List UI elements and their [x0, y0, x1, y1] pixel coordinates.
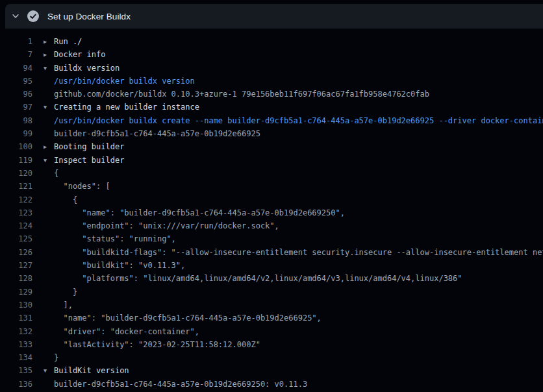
- line-number-link[interactable]: 7: [0, 48, 32, 61]
- log-line: 134}: [0, 351, 543, 364]
- line-number-link[interactable]: 120: [0, 167, 32, 180]
- line-number-link[interactable]: 128: [0, 272, 32, 285]
- log-output-text: builder-d9cfb5a1-c764-445a-a57e-0b19d2e6…: [54, 378, 307, 391]
- log-line: 120{: [0, 167, 543, 180]
- triangle-down-icon[interactable]: ▼: [44, 364, 54, 377]
- line-number-link[interactable]: 96: [0, 88, 32, 101]
- line-number-link[interactable]: 119: [0, 154, 32, 167]
- indent-spacer: [44, 75, 54, 88]
- line-number-link[interactable]: 94: [0, 62, 32, 75]
- log-output-text: }: [54, 286, 77, 299]
- log-line-body: "name": "builder-d9cfb5a1-c764-445a-a57e…: [44, 206, 345, 219]
- indent-spacer: [44, 88, 54, 101]
- triangle-right-icon[interactable]: ▶: [44, 35, 54, 48]
- line-number-link[interactable]: 136: [0, 378, 32, 391]
- log-line: 130 ],: [0, 299, 543, 312]
- log-output-text: }: [54, 351, 58, 364]
- line-number-link[interactable]: 131: [0, 312, 32, 325]
- triangle-right-icon[interactable]: ▶: [44, 140, 54, 153]
- indent-spacer: [44, 246, 54, 259]
- log-line: 131 "name": "builder-d9cfb5a1-c764-445a-…: [0, 312, 543, 325]
- line-number-link[interactable]: 95: [0, 75, 32, 88]
- line-number-link[interactable]: 97: [0, 101, 32, 114]
- log-output-text: {: [54, 193, 77, 206]
- line-number-link[interactable]: 130: [0, 299, 32, 312]
- log-line: 127 "buildkit": "v0.11.3",: [0, 259, 543, 272]
- log-line: 133 "lastActivity": "2023-02-25T11:58:12…: [0, 338, 543, 351]
- log-line-body: ▶Booting builder: [44, 140, 124, 153]
- indent-spacer: [44, 219, 54, 232]
- line-number-link[interactable]: 98: [0, 114, 32, 127]
- log-line-body: "endpoint": "unix:///var/run/docker.sock…: [44, 219, 279, 232]
- chevron-down-icon[interactable]: [10, 11, 21, 21]
- log-line: 99builder-d9cfb5a1-c764-445a-a57e-0b19d2…: [0, 127, 543, 140]
- log-group-title[interactable]: Buildx version: [54, 62, 120, 75]
- indent-spacer: [44, 193, 54, 206]
- indent-spacer: [44, 299, 54, 312]
- step-header[interactable]: Set up Docker Buildx: [5, 4, 543, 29]
- log-group-title[interactable]: Inspect builder: [54, 154, 124, 167]
- line-number-link[interactable]: 123: [0, 206, 32, 219]
- indent-spacer: [44, 114, 54, 127]
- log-line: 122 {: [0, 193, 543, 206]
- line-number-link[interactable]: 99: [0, 127, 32, 140]
- triangle-down-icon[interactable]: ▼: [44, 154, 54, 167]
- line-number-link[interactable]: 100: [0, 140, 32, 153]
- indent-spacer: [44, 325, 54, 338]
- line-number-link[interactable]: 122: [0, 193, 32, 206]
- log-line-body: builder-d9cfb5a1-c764-445a-a57e-0b19d2e6…: [44, 378, 307, 391]
- log-line: 100▶Booting builder: [0, 140, 543, 153]
- log-group-title[interactable]: Run ./: [54, 35, 82, 48]
- log-line: 128 "platforms": "linux/amd64,linux/amd6…: [0, 272, 543, 285]
- indent-spacer: [44, 272, 54, 285]
- indent-spacer: [44, 351, 54, 364]
- log-line-body: "buildkitd-flags": "--allow-insecure-ent…: [44, 246, 543, 259]
- log-line: 119▼Inspect builder: [0, 154, 543, 167]
- log-line-body: ],: [44, 299, 73, 312]
- log-group-title[interactable]: Creating a new builder instance: [54, 101, 199, 114]
- line-number-link[interactable]: 132: [0, 325, 32, 338]
- triangle-down-icon[interactable]: ▼: [44, 101, 54, 114]
- log-line-body: "status": "running",: [44, 232, 176, 245]
- log-line-body: "name": "builder-d9cfb5a1-c764-445a-a57e…: [44, 312, 322, 325]
- line-number-link[interactable]: 1: [0, 35, 32, 48]
- triangle-right-icon[interactable]: ▶: [44, 48, 54, 61]
- log-group-title[interactable]: Booting builder: [54, 140, 124, 153]
- line-number-link[interactable]: 133: [0, 338, 32, 351]
- log-command-text: /usr/bin/docker buildx version: [54, 75, 195, 88]
- log-line: 125 "status": "running",: [0, 232, 543, 245]
- check-circle-icon: [27, 10, 39, 22]
- line-number-link[interactable]: 124: [0, 219, 32, 232]
- line-number-link[interactable]: 125: [0, 232, 32, 245]
- log-line-body: "driver": "docker-container",: [44, 325, 199, 338]
- line-number-link[interactable]: 127: [0, 259, 32, 272]
- line-number-link[interactable]: 134: [0, 351, 32, 364]
- log-line-body: ▼BuildKit version: [44, 364, 129, 377]
- log-output-text: {: [54, 167, 58, 180]
- triangle-down-icon[interactable]: ▼: [44, 62, 54, 75]
- log-group-title[interactable]: Docker info: [54, 48, 105, 61]
- log-line-body: "nodes": [: [44, 180, 110, 193]
- log-line-body: builder-d9cfb5a1-c764-445a-a57e-0b19d2e6…: [44, 127, 260, 140]
- log-line: 1▶Run ./: [0, 35, 543, 48]
- line-number-link[interactable]: 126: [0, 246, 32, 259]
- step-title: Set up Docker Buildx: [47, 12, 131, 21]
- log-line-body: "lastActivity": "2023-02-25T11:58:12.000…: [44, 338, 260, 351]
- log-line-body: {: [44, 167, 58, 180]
- log-line-body: github.com/docker/buildx 0.10.3+azure-1 …: [44, 88, 429, 101]
- log-line: 136builder-d9cfb5a1-c764-445a-a57e-0b19d…: [0, 378, 543, 391]
- log-output-text: "lastActivity": "2023-02-25T11:58:12.000…: [54, 338, 260, 351]
- line-number-link[interactable]: 135: [0, 364, 32, 377]
- log-line-body: /usr/bin/docker buildx version: [44, 75, 195, 88]
- indent-spacer: [44, 378, 54, 391]
- indent-spacer: [44, 127, 54, 140]
- log-group-title[interactable]: BuildKit version: [54, 364, 129, 377]
- log-line: 123 "name": "builder-d9cfb5a1-c764-445a-…: [0, 206, 543, 219]
- indent-spacer: [44, 180, 54, 193]
- line-number-link[interactable]: 129: [0, 286, 32, 299]
- log-output-text: ],: [54, 299, 73, 312]
- log-line: 124 "endpoint": "unix:///var/run/docker.…: [0, 219, 543, 232]
- line-number-link[interactable]: 121: [0, 180, 32, 193]
- indent-spacer: [44, 338, 54, 351]
- log-line-body: "buildkit": "v0.11.3",: [44, 259, 185, 272]
